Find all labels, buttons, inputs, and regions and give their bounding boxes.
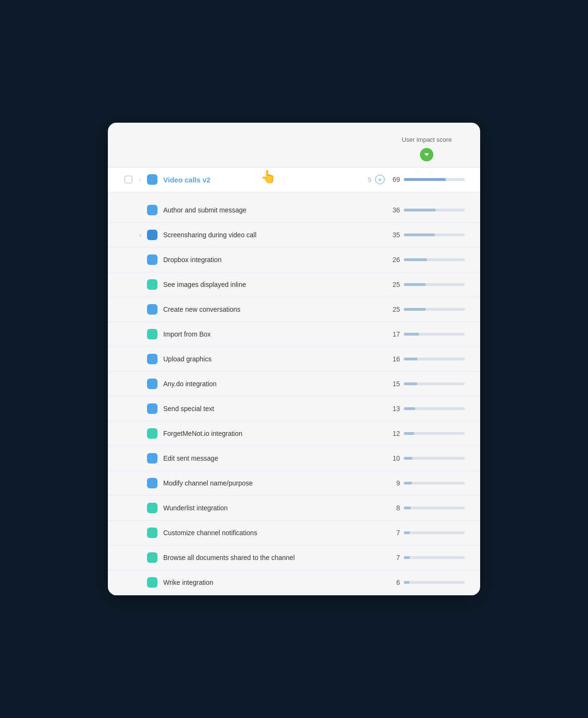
score-bar-fill bbox=[404, 382, 417, 385]
feature-name: Wrike integration bbox=[163, 579, 388, 586]
score-bar-track bbox=[404, 531, 465, 534]
score-num: 17 bbox=[388, 330, 400, 338]
feature-icon bbox=[147, 478, 158, 488]
feature-row[interactable]: Import from Box 17 bbox=[108, 322, 480, 347]
header-row: User impact score bbox=[108, 123, 480, 168]
feature-icon bbox=[147, 503, 158, 513]
feature-row[interactable]: Send special text 13 bbox=[108, 397, 480, 422]
score-num: 16 bbox=[388, 355, 400, 363]
parent-feature-row[interactable]: › Video calls v2 👆 5 + 69 bbox=[108, 168, 480, 192]
feature-row[interactable]: Create new conversations 25 bbox=[108, 297, 480, 322]
score-bar-track bbox=[404, 432, 465, 435]
score-bar-fill bbox=[404, 308, 426, 311]
feature-name: Create new conversations bbox=[163, 306, 388, 313]
score-bar-track bbox=[404, 556, 465, 559]
score-bar-fill bbox=[404, 407, 415, 410]
feature-name: Import from Box bbox=[163, 330, 388, 338]
feature-icon bbox=[147, 577, 158, 588]
feature-list: › Video calls v2 👆 5 + 69 bbox=[108, 168, 480, 198]
feature-name: Browse all documents shared to the chann… bbox=[163, 554, 388, 561]
score-bar-track bbox=[404, 482, 465, 485]
feature-name: Send special text bbox=[163, 405, 388, 412]
score-col: 26 bbox=[388, 256, 465, 264]
feature-name: Author and submit message bbox=[163, 206, 388, 214]
parent-score-num: 69 bbox=[388, 176, 400, 183]
score-col: 9 bbox=[388, 479, 465, 487]
feature-icon bbox=[147, 205, 158, 215]
feature-name: Dropbox integration bbox=[163, 256, 388, 264]
feature-icon bbox=[147, 552, 158, 563]
score-num: 10 bbox=[388, 454, 400, 462]
parent-feature-name[interactable]: Video calls v2 bbox=[163, 176, 368, 184]
score-col: 7 bbox=[388, 529, 465, 537]
feature-row[interactable]: Dropbox integration 26 bbox=[108, 248, 480, 273]
score-col: 8 bbox=[388, 504, 465, 512]
score-num: 8 bbox=[388, 504, 400, 512]
score-bar-fill bbox=[404, 556, 410, 559]
feature-name: See images displayed inline bbox=[163, 281, 388, 288]
score-bar-fill bbox=[404, 482, 412, 485]
sort-descending-icon bbox=[423, 151, 430, 158]
feature-icon bbox=[147, 329, 158, 339]
score-col: 36 bbox=[388, 206, 465, 214]
feature-icon bbox=[147, 254, 158, 265]
score-num: 25 bbox=[388, 306, 400, 313]
child-feature-list: Author and submit message 36 › Screensha… bbox=[108, 198, 480, 595]
score-bar-fill bbox=[404, 581, 410, 584]
feature-row[interactable]: Modify channel name/purpose 9 bbox=[108, 471, 480, 496]
feature-row[interactable]: Any.do integration 15 bbox=[108, 372, 480, 397]
feature-row[interactable]: Customize channel notifications 7 bbox=[108, 521, 480, 546]
score-bar-fill bbox=[404, 457, 412, 460]
score-col: 10 bbox=[388, 454, 465, 462]
sort-button[interactable] bbox=[420, 148, 433, 161]
score-col: 15 bbox=[388, 380, 465, 388]
score-bar-track bbox=[404, 358, 465, 360]
score-bar-fill bbox=[404, 507, 411, 509]
feature-checkbox[interactable] bbox=[125, 176, 132, 183]
score-col: 16 bbox=[388, 355, 465, 363]
score-num: 25 bbox=[388, 281, 400, 288]
chevron-right-icon[interactable]: › bbox=[139, 232, 141, 239]
parent-score-bar-track bbox=[404, 178, 465, 181]
feature-icon bbox=[147, 453, 158, 464]
score-num: 13 bbox=[388, 405, 400, 412]
feature-row[interactable]: Browse all documents shared to the chann… bbox=[108, 546, 480, 570]
feature-icon bbox=[147, 528, 158, 538]
score-bar-fill bbox=[404, 358, 418, 360]
score-bar-track bbox=[404, 457, 465, 460]
child-count: 5 bbox=[368, 176, 371, 183]
score-num: 7 bbox=[388, 554, 400, 561]
feature-name: Upload graphics bbox=[163, 355, 388, 363]
score-bar-track bbox=[404, 258, 465, 261]
feature-icon bbox=[147, 403, 158, 414]
feature-name: Screensharing during video call bbox=[163, 231, 388, 239]
score-bar-track bbox=[404, 382, 465, 385]
score-col: 17 bbox=[388, 330, 465, 338]
score-bar-fill bbox=[404, 432, 414, 435]
feature-row[interactable]: Wrike integration 6 bbox=[108, 570, 480, 595]
score-num: 12 bbox=[388, 430, 400, 437]
score-num: 9 bbox=[388, 479, 400, 487]
feature-row[interactable]: ForgetMeNot.io integration 12 bbox=[108, 422, 480, 446]
feature-row[interactable]: Upload graphics 16 bbox=[108, 347, 480, 372]
feature-icon bbox=[147, 230, 158, 240]
feature-icon bbox=[147, 304, 158, 315]
score-col: 7 bbox=[388, 554, 465, 561]
feature-row[interactable]: Edit sent message 10 bbox=[108, 446, 480, 471]
feature-row[interactable]: › Screensharing during video call 35 bbox=[108, 223, 480, 248]
score-bar-track bbox=[404, 407, 465, 410]
feature-row[interactable]: See images displayed inline 25 bbox=[108, 273, 480, 297]
score-bar-fill bbox=[404, 209, 436, 211]
score-bar-fill bbox=[404, 531, 410, 534]
score-num: 36 bbox=[388, 206, 400, 214]
feature-row[interactable]: Wunderlist integration 8 bbox=[108, 496, 480, 521]
chevron-right-icon[interactable]: › bbox=[136, 177, 145, 182]
add-child-button[interactable]: + bbox=[375, 175, 385, 184]
score-bar-fill bbox=[404, 333, 419, 336]
feature-icon bbox=[147, 428, 158, 439]
score-col: 25 bbox=[388, 306, 465, 313]
score-col: 13 bbox=[388, 405, 465, 412]
score-col: 12 bbox=[388, 430, 465, 437]
score-col: 25 bbox=[388, 281, 465, 288]
feature-row[interactable]: Author and submit message 36 bbox=[108, 198, 480, 223]
